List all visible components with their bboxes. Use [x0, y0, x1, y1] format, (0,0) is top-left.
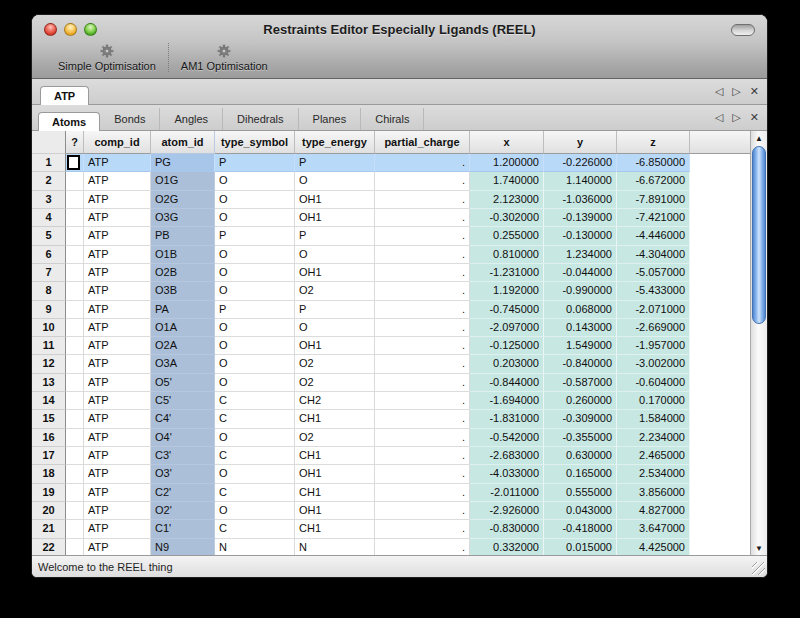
cell-z[interactable]: -6.850000	[617, 154, 690, 172]
cell-flag[interactable]	[66, 374, 84, 392]
cell-y[interactable]: 0.165000	[544, 465, 617, 483]
scrollbar-thumb[interactable]	[752, 146, 766, 324]
cell-comp-id[interactable]: ATP	[84, 246, 151, 264]
cell-z[interactable]: 1.584000	[617, 410, 690, 428]
cell-atom-id[interactable]: C2'	[151, 484, 215, 502]
cell-y[interactable]: -0.044000	[544, 264, 617, 282]
table-row[interactable]: 14ATPC5'CCH2.-1.6940000.2600000.170000	[32, 392, 750, 410]
cell-flag[interactable]	[66, 282, 84, 300]
cell-comp-id[interactable]: ATP	[84, 154, 151, 172]
cell-partial-charge[interactable]: .	[375, 447, 470, 465]
cell-type-energy[interactable]: OH1	[295, 191, 375, 209]
cell-flag[interactable]	[66, 337, 84, 355]
cell-x[interactable]: -1.694000	[470, 392, 544, 410]
cell-x[interactable]: -0.830000	[470, 520, 544, 538]
cell-comp-id[interactable]: ATP	[84, 319, 151, 337]
cell-atom-id[interactable]: O3'	[151, 465, 215, 483]
cell-y[interactable]: -0.355000	[544, 429, 617, 447]
cell-type-symbol[interactable]: P	[215, 227, 295, 245]
table-row[interactable]: 16ATPO4'OO2.-0.542000-0.3550002.234000	[32, 429, 750, 447]
cell-z[interactable]: -3.002000	[617, 355, 690, 373]
cell-y[interactable]: -0.990000	[544, 282, 617, 300]
cell-x[interactable]: -2.011000	[470, 484, 544, 502]
cell-z[interactable]: -0.604000	[617, 374, 690, 392]
cell-comp-id[interactable]: ATP	[84, 172, 151, 190]
tab-bonds[interactable]: Bonds	[100, 108, 160, 130]
row-number[interactable]: 3	[32, 191, 66, 209]
cell-atom-id[interactable]: PB	[151, 227, 215, 245]
cell-y[interactable]: 1.140000	[544, 172, 617, 190]
cell-z[interactable]: -2.669000	[617, 319, 690, 337]
cell-type-energy[interactable]: P	[295, 227, 375, 245]
tab-chirals[interactable]: Chirals	[361, 108, 424, 130]
cell-comp-id[interactable]: ATP	[84, 410, 151, 428]
cell-z[interactable]: 3.647000	[617, 520, 690, 538]
cell-x[interactable]: -0.844000	[470, 374, 544, 392]
cell-atom-id[interactable]: O3G	[151, 209, 215, 227]
toolbar-toggle-button[interactable]	[731, 24, 755, 36]
am1-optimisation-button[interactable]: AM1 Optimisation	[169, 43, 280, 72]
cell-type-energy[interactable]: P	[295, 154, 375, 172]
table-row[interactable]: 9ATPPAPP.-0.7450000.068000-2.071000	[32, 301, 750, 319]
cell-type-energy[interactable]: OH1	[295, 337, 375, 355]
row-number[interactable]: 7	[32, 264, 66, 282]
cell-y[interactable]: -0.130000	[544, 227, 617, 245]
cell-type-energy[interactable]: OH1	[295, 209, 375, 227]
row-number[interactable]: 14	[32, 392, 66, 410]
cell-type-energy[interactable]: P	[295, 301, 375, 319]
cell-flag[interactable]	[66, 154, 84, 172]
cell-flag[interactable]	[66, 392, 84, 410]
row-number[interactable]: 1	[32, 154, 66, 172]
cell-x[interactable]: 2.123000	[470, 191, 544, 209]
cell-x[interactable]: -1.231000	[470, 264, 544, 282]
cell-z[interactable]: 0.170000	[617, 392, 690, 410]
header-atom-id[interactable]: atom_id	[151, 131, 215, 154]
cell-type-symbol[interactable]: O	[215, 282, 295, 300]
cell-partial-charge[interactable]: .	[375, 520, 470, 538]
cell-type-energy[interactable]: O2	[295, 374, 375, 392]
cell-x[interactable]: 1.192000	[470, 282, 544, 300]
cell-comp-id[interactable]: ATP	[84, 355, 151, 373]
table-row[interactable]: 10ATPO1AOO.-2.0970000.143000-2.669000	[32, 319, 750, 337]
cell-flag[interactable]	[66, 264, 84, 282]
cell-type-energy[interactable]: CH2	[295, 392, 375, 410]
cell-partial-charge[interactable]: .	[375, 429, 470, 447]
titlebar[interactable]: Restraints Editor Especially Ligands (RE…	[32, 15, 767, 43]
cell-type-energy[interactable]: CH1	[295, 484, 375, 502]
tab-dihedrals[interactable]: Dihedrals	[223, 108, 298, 130]
header-corner[interactable]	[32, 131, 66, 154]
cell-partial-charge[interactable]: .	[375, 154, 470, 172]
tab-close-icon[interactable]: ✕	[750, 85, 759, 98]
close-window-button[interactable]	[44, 23, 57, 36]
cell-partial-charge[interactable]: .	[375, 410, 470, 428]
cell-z[interactable]: -4.304000	[617, 246, 690, 264]
cell-type-energy[interactable]: O2	[295, 282, 375, 300]
cell-x[interactable]: 0.332000	[470, 539, 544, 555]
cell-comp-id[interactable]: ATP	[84, 264, 151, 282]
cell-partial-charge[interactable]: .	[375, 392, 470, 410]
cell-atom-id[interactable]: PA	[151, 301, 215, 319]
row-number[interactable]: 2	[32, 172, 66, 190]
row-number[interactable]: 12	[32, 355, 66, 373]
cell-y[interactable]: -0.587000	[544, 374, 617, 392]
cell-z[interactable]: -2.071000	[617, 301, 690, 319]
cell-type-symbol[interactable]: P	[215, 301, 295, 319]
row-number[interactable]: 18	[32, 465, 66, 483]
table-row[interactable]: 7ATPO2BOOH1.-1.231000-0.044000-5.057000	[32, 264, 750, 282]
cell-type-symbol[interactable]: O	[215, 191, 295, 209]
cell-type-symbol[interactable]: O	[215, 172, 295, 190]
cell-y[interactable]: 0.015000	[544, 539, 617, 555]
cell-type-energy[interactable]: O	[295, 246, 375, 264]
cell-partial-charge[interactable]: .	[375, 337, 470, 355]
cell-atom-id[interactable]: C4'	[151, 410, 215, 428]
cell-z[interactable]: -6.672000	[617, 172, 690, 190]
tab-atp[interactable]: ATP	[40, 86, 89, 105]
cell-type-symbol[interactable]: O	[215, 264, 295, 282]
cell-type-symbol[interactable]: O	[215, 319, 295, 337]
cell-flag[interactable]	[66, 484, 84, 502]
cell-partial-charge[interactable]: .	[375, 282, 470, 300]
cell-type-energy[interactable]: OH1	[295, 264, 375, 282]
cell-type-energy[interactable]: O2	[295, 429, 375, 447]
cell-x[interactable]: -2.926000	[470, 502, 544, 520]
cell-atom-id[interactable]: O5'	[151, 374, 215, 392]
